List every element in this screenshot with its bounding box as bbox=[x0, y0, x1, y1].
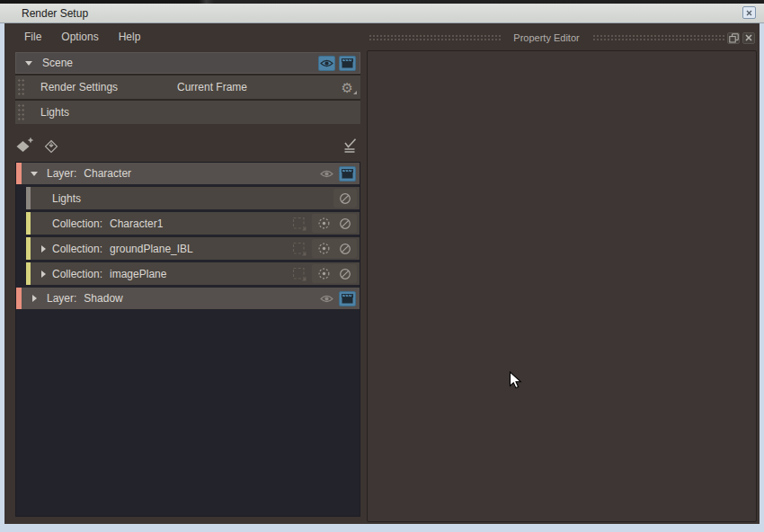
float-window-icon bbox=[729, 33, 739, 43]
collection-expand-arrow[interactable] bbox=[36, 245, 50, 253]
layer-renderable-button[interactable] bbox=[339, 291, 356, 306]
collection-name: imagePlane bbox=[110, 268, 166, 280]
collection-icon-group bbox=[312, 214, 357, 233]
selection-box-icon bbox=[292, 267, 306, 281]
gear-icon: ⚙ bbox=[342, 80, 353, 95]
drag-handle-left[interactable] bbox=[369, 34, 501, 41]
create-layer-icon bbox=[15, 137, 34, 154]
clapperboard-icon bbox=[342, 169, 353, 179]
dropdown-corner-icon bbox=[353, 91, 357, 94]
scene-title: Scene bbox=[42, 57, 73, 69]
layer-prefix: Layer: bbox=[47, 292, 76, 305]
lights-label: Lights bbox=[52, 192, 81, 205]
property-editor-title: Property Editor bbox=[513, 32, 579, 43]
layer-color-bar bbox=[16, 163, 22, 184]
close-panel-button[interactable] bbox=[742, 32, 755, 44]
layer-row-character[interactable]: Layer: Character bbox=[16, 163, 360, 184]
select-objects-button[interactable] bbox=[292, 242, 306, 256]
collection-row-imageplane[interactable]: Collection: imagePlane bbox=[26, 262, 360, 285]
disable-button[interactable] bbox=[339, 243, 351, 255]
scene-visibility-button[interactable] bbox=[318, 56, 335, 71]
triangle-right-icon bbox=[41, 270, 46, 278]
layer-prefix: Layer: bbox=[47, 167, 76, 180]
menu-file[interactable]: File bbox=[22, 29, 43, 45]
disable-button[interactable] bbox=[339, 217, 351, 230]
collection-row-groundplane-ibl[interactable]: Collection: groundPlane_IBL bbox=[26, 237, 360, 260]
isolate-button[interactable] bbox=[317, 267, 331, 280]
layer-toolbar bbox=[15, 133, 360, 158]
drag-grip[interactable] bbox=[17, 78, 25, 96]
isolate-button[interactable] bbox=[317, 217, 331, 230]
property-editor-body bbox=[367, 50, 757, 522]
collection-color-bar bbox=[26, 212, 31, 235]
drag-handle-right[interactable] bbox=[592, 34, 724, 41]
scene-section: Scene Render Settings Current Frame ⚙ bbox=[15, 52, 360, 124]
scene-header-icons bbox=[318, 56, 356, 71]
isolate-target-icon bbox=[317, 242, 331, 255]
lights-icon-group bbox=[333, 189, 357, 208]
visible-layers-filter-button[interactable] bbox=[341, 138, 357, 154]
lights-row-icons bbox=[333, 189, 357, 208]
layer-visibility-button[interactable] bbox=[318, 291, 335, 306]
eye-icon bbox=[320, 58, 333, 68]
collection-expand-arrow[interactable] bbox=[36, 270, 50, 278]
close-icon bbox=[746, 10, 752, 16]
undock-panel-button[interactable] bbox=[727, 32, 740, 44]
property-editor-header[interactable]: Property Editor bbox=[367, 29, 757, 47]
menu-help[interactable]: Help bbox=[117, 29, 143, 45]
eye-icon bbox=[320, 294, 333, 304]
circle-slash-icon bbox=[339, 268, 351, 280]
collection-row-icons bbox=[292, 264, 357, 283]
layer-tree[interactable]: Layer: Character Lights bbox=[15, 162, 360, 517]
layer-visibility-button[interactable] bbox=[318, 166, 335, 182]
disable-button[interactable] bbox=[339, 192, 351, 205]
layer-character-expand-arrow[interactable] bbox=[27, 172, 41, 176]
scene-renderable-button[interactable] bbox=[339, 56, 356, 71]
main-content: File Options Help Scene Rend bbox=[4, 23, 760, 524]
lights-row[interactable]: Lights bbox=[26, 187, 360, 209]
layer-shadow-icons bbox=[318, 291, 356, 306]
isolate-target-icon bbox=[317, 267, 331, 280]
select-objects-button[interactable] bbox=[292, 267, 306, 281]
create-collection-button[interactable] bbox=[43, 137, 59, 154]
isolate-button[interactable] bbox=[317, 242, 331, 255]
selection-box-icon bbox=[292, 217, 306, 231]
close-icon bbox=[745, 34, 752, 41]
collection-prefix: Collection: bbox=[52, 268, 102, 280]
scene-header-row[interactable]: Scene bbox=[15, 52, 360, 74]
collection-row-icons bbox=[292, 239, 357, 258]
render-settings-label: Render Settings bbox=[40, 81, 177, 93]
menu-options[interactable]: Options bbox=[59, 29, 100, 45]
disable-button[interactable] bbox=[339, 268, 351, 280]
collection-row-character1[interactable]: Collection: Character1 bbox=[26, 212, 360, 235]
layer-shadow-expand-arrow[interactable] bbox=[27, 295, 41, 302]
layer-renderable-button[interactable] bbox=[339, 166, 356, 182]
scene-lights-row[interactable]: Lights bbox=[15, 101, 360, 124]
collection-color-bar bbox=[26, 262, 31, 285]
render-settings-row[interactable]: Render Settings Current Frame ⚙ bbox=[15, 75, 360, 99]
circle-slash-icon bbox=[339, 243, 351, 255]
collection-icon-group bbox=[312, 264, 357, 283]
render-settings-options-button[interactable]: ⚙ bbox=[342, 81, 353, 94]
triangle-right-icon bbox=[41, 245, 46, 253]
checklist-icon bbox=[341, 138, 357, 154]
clapperboard-icon bbox=[342, 294, 353, 304]
layer-row-shadow[interactable]: Layer: Shadow bbox=[16, 288, 360, 309]
circle-slash-icon bbox=[339, 192, 351, 205]
render-settings-value: Current Frame bbox=[177, 81, 247, 93]
window-titlebar[interactable]: Render Setup bbox=[0, 4, 764, 23]
window-close-button[interactable] bbox=[742, 6, 756, 19]
render-setup-window: Render Setup File Options Help Scene bbox=[0, 0, 764, 532]
create-collection-icon bbox=[43, 137, 59, 154]
collection-prefix: Collection: bbox=[52, 243, 102, 255]
triangle-down-icon bbox=[31, 172, 38, 176]
select-objects-button[interactable] bbox=[292, 217, 306, 231]
collection-row-icons bbox=[292, 214, 357, 233]
triangle-down-icon bbox=[25, 61, 32, 66]
create-layer-button[interactable] bbox=[15, 137, 34, 154]
scene-expand-arrow[interactable] bbox=[22, 61, 36, 66]
circle-slash-icon bbox=[339, 217, 351, 230]
layer-color-bar bbox=[16, 288, 22, 309]
layer-name: Character bbox=[84, 167, 131, 180]
drag-grip[interactable] bbox=[17, 103, 25, 121]
